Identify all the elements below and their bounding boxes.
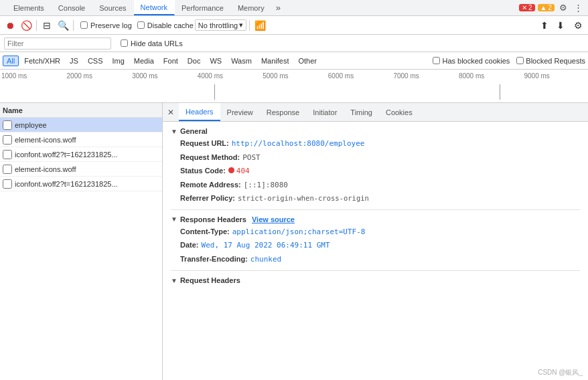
list-item-element-icons-woff-1[interactable]: element-icons.woff bbox=[0, 132, 162, 147]
remote-address-val: [::1]:8080 bbox=[244, 180, 288, 191]
timeline-marker-2 bbox=[500, 84, 500, 100]
throttle-label: No throttling bbox=[198, 21, 238, 29]
filter-type-doc[interactable]: Doc bbox=[183, 56, 205, 66]
list-item-employee[interactable]: employee bbox=[0, 118, 162, 132]
throttle-dropdown-icon: ▾ bbox=[239, 21, 243, 29]
more-tabs-button[interactable]: » bbox=[272, 0, 285, 15]
referrer-policy-row: Referrer Policy: strict-origin-when-cros… bbox=[171, 193, 580, 204]
tab-sources[interactable]: Sources bbox=[92, 0, 133, 15]
filter-icon[interactable]: ⊟ bbox=[40, 18, 54, 33]
status-dot-icon bbox=[228, 167, 234, 173]
toolbar-divider-1 bbox=[36, 20, 37, 31]
list-item-element-icons-woff-2-checkbox[interactable] bbox=[3, 165, 12, 174]
more-options-icon[interactable]: ⋮ bbox=[572, 2, 584, 14]
tab-performance[interactable]: Performance bbox=[175, 0, 231, 15]
has-blocked-cookies-checkbox[interactable] bbox=[433, 57, 440, 64]
filter-types-bar: All Fetch/XHR JS CSS Img Media Font Doc … bbox=[0, 52, 588, 70]
general-section-header[interactable]: ▼ General bbox=[171, 127, 580, 135]
top-tabs-bar: Elements Console Sources Network Perform… bbox=[0, 0, 588, 16]
list-item-element-icons-woff-1-checkbox[interactable] bbox=[3, 135, 12, 145]
blocked-requests-text: Blocked Requests bbox=[526, 57, 585, 65]
status-code-val: 404 bbox=[236, 166, 250, 177]
list-item-employee-checkbox[interactable] bbox=[3, 120, 12, 130]
error-x-icon: ✕ bbox=[522, 4, 527, 11]
filter-type-fetch-xhr[interactable]: Fetch/XHR bbox=[20, 56, 64, 66]
request-url-key: Request URL: bbox=[180, 138, 229, 149]
sub-tab-preview[interactable]: Preview bbox=[220, 103, 260, 121]
filter-type-js[interactable]: JS bbox=[66, 56, 82, 66]
preserve-log-text: Preserve log bbox=[90, 21, 132, 29]
export-icon[interactable]: ⬇ bbox=[553, 18, 568, 33]
request-url-val: http://localhost:8080/employee bbox=[232, 138, 365, 150]
headers-panel: ✕ Headers Preview Response Initiator Tim… bbox=[163, 103, 588, 380]
sub-tab-response[interactable]: Response bbox=[260, 103, 307, 121]
tab-console[interactable]: Console bbox=[52, 0, 92, 15]
tick-9000ms: 9000 ms bbox=[523, 72, 589, 80]
filter-type-all[interactable]: All bbox=[3, 56, 19, 66]
blocked-requests-checkbox[interactable] bbox=[516, 57, 524, 64]
tab-network[interactable]: Network bbox=[134, 0, 175, 15]
disable-cache-checkbox[interactable] bbox=[137, 21, 145, 29]
tick-3000ms: 3000 ms bbox=[131, 72, 196, 80]
warning-count: 2 bbox=[548, 4, 552, 11]
request-headers-section-header[interactable]: ▼ Request Headers bbox=[171, 276, 580, 284]
tab-memory[interactable]: Memory bbox=[231, 0, 272, 15]
filter-type-wasm[interactable]: Wasm bbox=[227, 56, 256, 66]
list-item-iconfont-2-checkbox[interactable] bbox=[3, 179, 12, 189]
disable-cache-label[interactable]: Disable cache bbox=[137, 21, 194, 29]
request-method-key: Request Method: bbox=[180, 152, 240, 163]
preserve-log-checkbox[interactable] bbox=[80, 21, 88, 29]
filter-type-img[interactable]: Img bbox=[108, 56, 129, 66]
tick-6000ms: 6000 ms bbox=[327, 72, 392, 80]
hide-data-urls-label[interactable]: Hide data URLs bbox=[121, 39, 183, 48]
filter-type-media[interactable]: Media bbox=[130, 56, 158, 66]
blocked-requests-label[interactable]: Blocked Requests bbox=[516, 57, 585, 65]
filter-type-css[interactable]: CSS bbox=[84, 56, 107, 66]
list-item-element-icons-woff-2[interactable]: element-icons.woff bbox=[0, 162, 162, 177]
section-divider-2 bbox=[171, 270, 580, 271]
toolbar-divider-2 bbox=[73, 20, 74, 31]
date-val: Wed, 17 Aug 2022 06:49:11 GMT bbox=[202, 240, 330, 252]
filter-type-font[interactable]: Font bbox=[159, 56, 182, 66]
response-headers-triangle-icon: ▼ bbox=[171, 215, 177, 223]
tab-elements[interactable]: Elements bbox=[7, 0, 52, 15]
list-item-iconfont-2[interactable]: iconfont.woff2?t=1621231825... bbox=[0, 177, 162, 191]
status-code-key: Status Code: bbox=[180, 165, 226, 177]
filter-type-other[interactable]: Other bbox=[294, 56, 321, 66]
has-blocked-cookies-label[interactable]: Has blocked cookies bbox=[433, 57, 510, 65]
sub-tabs-bar: ✕ Headers Preview Response Initiator Tim… bbox=[163, 103, 588, 122]
filter-type-manifest[interactable]: Manifest bbox=[257, 56, 293, 66]
list-item-iconfont-1-checkbox[interactable] bbox=[3, 150, 12, 159]
throttle-select[interactable]: No throttling ▾ bbox=[195, 19, 246, 31]
list-item-iconfont-1[interactable]: iconfont.woff2?t=1621231825... bbox=[0, 147, 162, 162]
request-method-row: Request Method: POST bbox=[171, 152, 580, 164]
sub-tab-headers[interactable]: Headers bbox=[179, 103, 220, 121]
tick-7000ms: 7000 ms bbox=[392, 72, 457, 80]
network-settings-icon[interactable]: ⚙ bbox=[571, 18, 585, 33]
date-key: Date: bbox=[180, 240, 199, 251]
wifi-icon[interactable]: 📶 bbox=[252, 18, 267, 33]
request-url-row: Request URL: http://localhost:8080/emplo… bbox=[171, 138, 580, 150]
settings-icon[interactable]: ⚙ bbox=[557, 2, 569, 14]
sub-tab-cookies[interactable]: Cookies bbox=[379, 103, 419, 121]
filter-input[interactable] bbox=[4, 37, 111, 50]
date-row: Date: Wed, 17 Aug 2022 06:49:11 GMT bbox=[171, 240, 580, 252]
search-icon[interactable]: 🔍 bbox=[56, 18, 70, 33]
toolbar-divider-3 bbox=[249, 20, 250, 31]
response-headers-section-header[interactable]: ▼ Response Headers View source bbox=[171, 215, 580, 223]
import-icon[interactable]: ⬆ bbox=[537, 18, 552, 33]
view-source-link[interactable]: View source bbox=[252, 215, 295, 223]
sub-tab-initiator[interactable]: Initiator bbox=[306, 103, 344, 121]
preserve-log-label[interactable]: Preserve log bbox=[80, 21, 132, 29]
referrer-policy-key: Referrer Policy: bbox=[180, 193, 235, 204]
record-button[interactable]: ⏺ bbox=[3, 18, 17, 33]
hide-data-urls-checkbox[interactable] bbox=[121, 39, 128, 47]
transfer-encoding-row: Transfer-Encoding: chunked bbox=[171, 254, 580, 266]
tick-1000ms: 1000 ms bbox=[0, 72, 66, 80]
top-tab-icons: ✕ 2 ▲ 2 ⚙ ⋮ bbox=[519, 2, 588, 14]
close-detail-button[interactable]: ✕ bbox=[165, 107, 176, 118]
remote-address-key: Remote Address: bbox=[180, 179, 241, 191]
clear-button[interactable]: 🚫 bbox=[19, 18, 33, 33]
sub-tab-timing[interactable]: Timing bbox=[344, 103, 379, 121]
filter-type-ws[interactable]: WS bbox=[206, 56, 226, 66]
